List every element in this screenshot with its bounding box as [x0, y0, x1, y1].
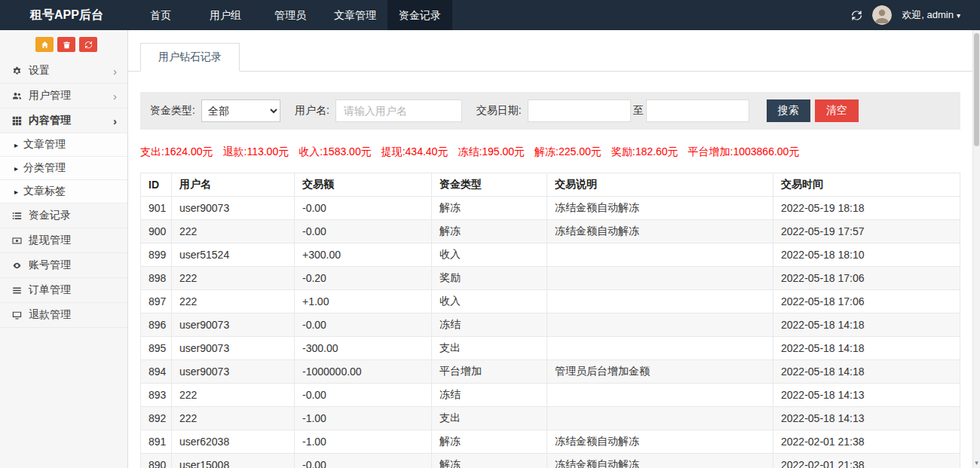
nav-item-article-management[interactable]: 文章管理: [323, 0, 387, 30]
sidebar-item-withdraw-management[interactable]: 提现管理: [0, 228, 127, 253]
user-menu[interactable]: 欢迎, admin▾: [902, 8, 960, 22]
stat-item: 退款:113.00元: [223, 145, 289, 158]
app-title: 租号APP后台: [0, 0, 128, 30]
triangle-right-icon: ▸: [14, 164, 18, 173]
grid-icon: [12, 116, 29, 126]
search-button[interactable]: 搜索: [767, 99, 810, 122]
table-cell: 冻结: [432, 384, 547, 407]
table-row: 895user90073-300.00支出2022-05-18 14:18: [141, 337, 960, 360]
table-row: 894user90073-1000000.00平台增加管理员后台增加金额2022…: [141, 360, 960, 384]
clear-button[interactable]: 清空: [815, 99, 859, 122]
table-cell: 冻结金额自动解冻: [547, 197, 773, 220]
sidebar-item-order-management[interactable]: 订单管理: [0, 278, 127, 303]
sidebar-item-user-management[interactable]: 用户管理›: [0, 84, 127, 109]
nav-item-fund-records[interactable]: 资金记录: [387, 0, 452, 30]
tab-user-diamond-records[interactable]: 用户钻石记录: [140, 43, 240, 72]
sidebar-item-fund-records[interactable]: 资金记录: [0, 203, 127, 228]
table-cell: [547, 407, 773, 430]
username-input[interactable]: [335, 99, 462, 122]
quick-buttons: [0, 30, 127, 59]
table-cell: [547, 337, 773, 360]
table-cell: user51524: [172, 243, 295, 267]
list-icon: [12, 211, 29, 221]
column-header: 交易说明: [547, 173, 773, 197]
sidebar-item-label: 设置: [29, 64, 50, 78]
table-cell: 2022-02-01 21:38: [773, 454, 960, 468]
table-cell: [547, 267, 773, 290]
table-cell: 222: [172, 290, 295, 314]
tab-bar: 用户钻石记录: [128, 30, 980, 72]
refresh-icon[interactable]: [851, 10, 862, 21]
table-row: 892222-1.00支出2022-05-18 14:13: [141, 407, 960, 430]
username-group: 用户名:: [295, 99, 462, 122]
table-cell: 平台增加: [432, 360, 547, 384]
refresh-button[interactable]: [79, 37, 97, 52]
table-cell: -0.00: [295, 220, 432, 243]
triangle-right-icon: ▸: [14, 141, 18, 149]
chevron-right-icon: ›: [113, 90, 117, 102]
welcome-text: 欢迎, admin: [902, 9, 954, 20]
stats-summary: 支出:1624.00元退款:113.00元收入:1583.00元提现:434.4…: [128, 130, 980, 173]
table-cell: 解冻: [432, 430, 547, 454]
table-cell: 895: [141, 337, 172, 360]
trash-button[interactable]: [57, 37, 75, 52]
sidebar-subitem-article-management[interactable]: ▸文章管理: [0, 133, 127, 157]
table-row: 893222-0.00冻结2022-05-18 14:13: [141, 384, 960, 407]
stat-item: 平台增加:1003866.00元: [688, 145, 800, 158]
sidebar-subitem-category-management[interactable]: ▸分类管理: [0, 157, 127, 180]
vertical-scrollbar[interactable]: ▾: [972, 30, 980, 468]
table-cell: -0.20: [295, 267, 432, 290]
table-cell: +1.00: [295, 290, 432, 314]
table-cell: -0.00: [295, 454, 432, 468]
lines-icon: [12, 286, 29, 295]
date-range-group: 交易日期: 至: [476, 99, 749, 122]
date-start-input[interactable]: [528, 99, 631, 122]
monitor-icon: [12, 310, 29, 320]
sidebar-item-content-management[interactable]: 内容管理›: [0, 109, 127, 133]
sidebar-subitem-label: 文章管理: [23, 138, 66, 151]
fund-type-select[interactable]: 全部: [201, 99, 280, 122]
trash-icon: [63, 41, 71, 49]
table-cell: 900: [141, 220, 172, 243]
username-label: 用户名:: [295, 104, 329, 118]
nav-item-home[interactable]: 首页: [128, 0, 193, 30]
top-navbar: 租号APP后台 首页用户组管理员文章管理资金记录 欢迎, admin▾: [0, 0, 980, 30]
table-cell: 冻结金额自动解冻: [547, 220, 773, 243]
table-cell: user15008: [172, 454, 295, 468]
scrollbar-down-arrow[interactable]: ▾: [973, 459, 980, 466]
table-cell: 2022-05-18 17:06: [773, 290, 960, 314]
table-cell: -0.00: [295, 384, 432, 407]
nav-item-user-group[interactable]: 用户组: [193, 0, 258, 30]
table-cell: -0.00: [295, 197, 432, 220]
sidebar-item-settings[interactable]: 设置›: [0, 59, 127, 84]
refresh-icon: [84, 41, 93, 49]
sidebar-item-label: 提现管理: [29, 234, 71, 247]
table-cell: 2022-05-18 14:18: [773, 360, 960, 384]
table-cell: 解冻: [432, 220, 547, 243]
sidebar-subitem-label: 分类管理: [23, 161, 66, 175]
table-row: 901user90073-0.00解冻冻结金额自动解冻2022-05-19 18…: [141, 197, 960, 220]
sidebar-subitem-article-tags[interactable]: ▸文章标签: [0, 180, 127, 203]
sidebar-item-account-management[interactable]: 账号管理: [0, 253, 127, 278]
records-table-wrap: ID用户名交易额资金类型交易说明交易时间 901user90073-0.00解冻…: [140, 173, 960, 468]
sidebar-item-refund-management[interactable]: 退款管理: [0, 303, 127, 328]
table-row: 899user51524+300.00收入2022-05-18 18:10: [141, 243, 960, 267]
table-cell: -300.00: [295, 337, 432, 360]
filter-bar: 资金类型: 全部 用户名: 交易日期: 至 搜索 清空: [140, 92, 960, 130]
home-button[interactable]: [35, 37, 54, 52]
table-row: 890user15008-0.00解冻冻结金额自动解冻2022-02-01 21…: [141, 454, 960, 468]
avatar[interactable]: [872, 5, 892, 25]
triangle-right-icon: ▸: [14, 188, 18, 196]
column-header: 交易时间: [773, 173, 960, 197]
scrollbar-thumb[interactable]: [974, 33, 979, 146]
date-end-input[interactable]: [646, 99, 749, 122]
stat-item: 冻结:195.00元: [458, 145, 525, 158]
table-cell: 2022-05-18 14:13: [773, 407, 960, 430]
table-cell: +300.00: [295, 243, 432, 267]
table-cell: 2022-02-01 21:38: [773, 430, 960, 454]
home-icon: [41, 41, 49, 49]
table-cell: 901: [141, 197, 172, 220]
gear-icon: [12, 66, 29, 76]
table-cell: 222: [172, 267, 295, 290]
nav-item-admin[interactable]: 管理员: [258, 0, 323, 30]
